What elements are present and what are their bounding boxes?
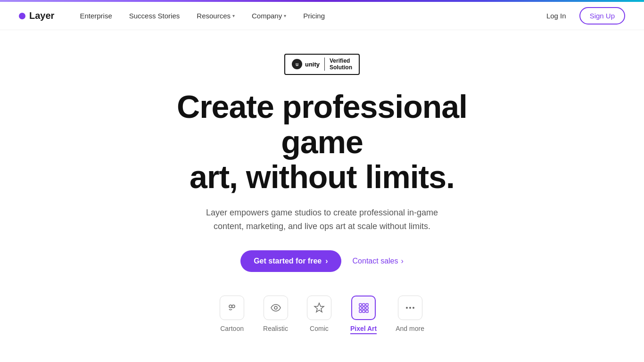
svg-point-13 — [406, 307, 408, 309]
login-button[interactable]: Log In — [541, 8, 572, 24]
svg-point-1 — [232, 305, 235, 308]
svg-rect-6 — [366, 304, 368, 306]
realistic-icon — [264, 296, 288, 320]
svg-rect-4 — [359, 304, 362, 306]
hero-title: Create professional game art, without li… — [133, 89, 511, 195]
tab-pixel-art[interactable]: Pixel Art — [350, 296, 377, 334]
bottom-mockup-area: a red fighter spaceship ✦ ✈ ✈ 🛸 ✈ 🚀 ✈ 🛸 … — [0, 358, 644, 362]
more-icon — [398, 296, 422, 320]
hero-section: u unity Verified Solution Create profess… — [0, 30, 644, 358]
unity-badge: u unity Verified Solution — [284, 54, 360, 75]
svg-rect-10 — [359, 310, 362, 313]
svg-rect-9 — [366, 307, 368, 309]
realistic-label: Realistic — [263, 325, 288, 332]
nav-links: Enterprise Success Stories Resources ▾ C… — [73, 8, 541, 24]
cartoon-icon — [220, 296, 244, 320]
svg-rect-12 — [366, 310, 368, 313]
pixel-art-icon — [351, 296, 376, 320]
logo[interactable]: Layer — [19, 10, 54, 21]
logo-icon — [19, 13, 25, 19]
tab-more[interactable]: And more — [396, 296, 424, 334]
unity-icon: u — [292, 59, 302, 69]
style-tabs: Cartoon Realistic Comic Pixel Art And — [9, 296, 635, 334]
nav-company[interactable]: Company ▾ — [245, 8, 293, 24]
contact-sales-button[interactable]: Contact sales › — [353, 257, 404, 265]
nav-pricing[interactable]: Pricing — [297, 8, 331, 24]
nav-right: Log In Sign Up — [541, 7, 625, 25]
svg-marker-3 — [314, 303, 324, 312]
cta-row: Get started for free › Contact sales › — [9, 250, 635, 272]
svg-point-14 — [409, 307, 411, 309]
unity-brand: unity — [305, 61, 320, 68]
svg-point-0 — [229, 305, 232, 308]
nav-resources[interactable]: Resources ▾ — [190, 8, 241, 24]
company-chevron-icon: ▾ — [284, 13, 286, 18]
signup-button[interactable]: Sign Up — [579, 7, 625, 25]
svg-rect-5 — [363, 304, 365, 306]
svg-point-15 — [413, 307, 414, 309]
pixel-art-label: Pixel Art — [350, 325, 377, 332]
nav-enterprise[interactable]: Enterprise — [73, 8, 118, 24]
get-started-button[interactable]: Get started for free › — [240, 250, 341, 272]
comic-label: Comic — [310, 325, 329, 332]
svg-rect-7 — [359, 307, 362, 309]
unity-divider — [324, 58, 325, 71]
svg-rect-8 — [363, 307, 365, 309]
unity-logo: u unity — [292, 59, 320, 69]
tab-cartoon[interactable]: Cartoon — [220, 296, 244, 334]
hero-subtitle: Layer empowers game studios to create pr… — [199, 206, 445, 233]
tab-comic[interactable]: Comic — [307, 296, 331, 334]
more-label: And more — [396, 325, 424, 332]
cartoon-label: Cartoon — [220, 325, 244, 332]
logo-text: Layer — [29, 10, 54, 21]
active-tab-indicator — [350, 333, 377, 334]
chevron-right-icon: › — [401, 257, 403, 265]
tab-realistic[interactable]: Realistic — [263, 296, 288, 334]
arrow-right-icon: › — [325, 257, 328, 265]
svg-point-2 — [274, 306, 277, 309]
unity-verified-text: Verified Solution — [330, 58, 352, 71]
resources-chevron-icon: ▾ — [232, 13, 235, 18]
nav-success-stories[interactable]: Success Stories — [123, 8, 187, 24]
comic-icon — [307, 296, 331, 320]
navbar: Layer Enterprise Success Stories Resourc… — [0, 2, 644, 30]
svg-rect-11 — [363, 310, 365, 313]
